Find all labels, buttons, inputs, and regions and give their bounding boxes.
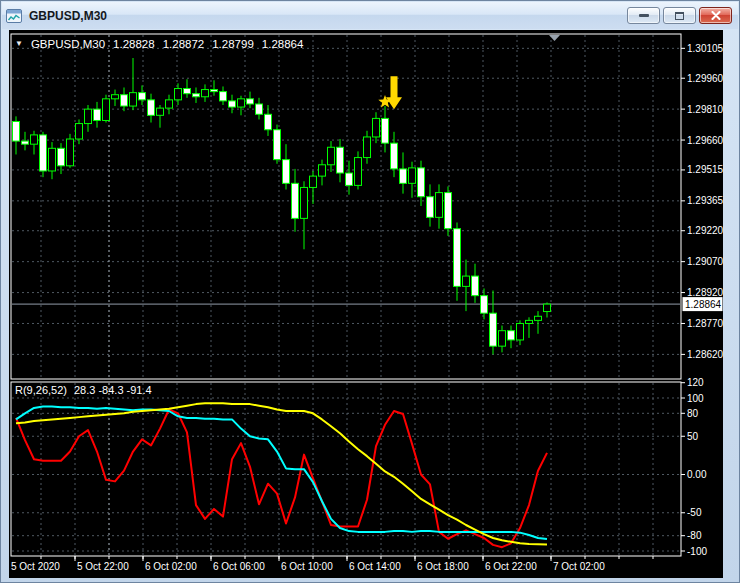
chart-canvas[interactable]: 1.301051.299601.298101.296601.295151.293… — [9, 30, 723, 578]
indicator-name: R(9,26,52) — [15, 384, 67, 396]
indicator-axis[interactable]: 12010080500.00-50-80-100 — [681, 377, 707, 556]
candle — [472, 264, 479, 303]
candle — [13, 116, 20, 154]
candle — [94, 102, 101, 128]
candle — [391, 132, 398, 177]
candle — [265, 105, 272, 136]
svg-text:100: 100 — [687, 393, 704, 404]
candle — [463, 260, 470, 312]
indicator-lines — [16, 403, 547, 547]
legend-symbol: GBPUSD,M30 — [31, 38, 105, 50]
candle — [400, 152, 407, 193]
candle — [328, 141, 335, 172]
candle — [517, 320, 524, 345]
candle — [310, 171, 317, 204]
grid — [12, 35, 680, 555]
candle — [337, 139, 344, 182]
candle — [157, 105, 164, 128]
indicator-legend: R(9,26,52) 28.3 -84.3 -91.4 — [15, 384, 152, 396]
candle — [184, 79, 191, 98]
chart-legend: ▼ GBPUSD,M30 1.28828 1.28872 1.28799 1.2… — [15, 38, 303, 50]
chart-window: GBPUSD,M30 1.301051.299601.298101.296601… — [0, 0, 740, 583]
title-bar[interactable]: GBPUSD,M30 — [2, 2, 738, 29]
candle — [22, 132, 29, 151]
candle — [112, 90, 119, 106]
candle — [175, 83, 182, 105]
svg-text:0.00: 0.00 — [687, 469, 707, 480]
svg-text:1.29220: 1.29220 — [687, 225, 723, 236]
candle — [454, 222, 461, 300]
legend-low: 1.28799 — [212, 38, 254, 50]
candle — [256, 98, 263, 120]
candle — [526, 317, 533, 338]
svg-text:6 Oct 02:00: 6 Oct 02:00 — [145, 561, 197, 572]
svg-text:-50: -50 — [687, 507, 702, 518]
candle — [355, 151, 362, 189]
close-icon — [711, 11, 721, 20]
candle — [544, 302, 551, 317]
svg-text:1.29960: 1.29960 — [687, 73, 723, 84]
svg-text:1.29070: 1.29070 — [687, 256, 723, 267]
candle — [409, 162, 416, 198]
chart-objects — [378, 76, 402, 109]
candle — [238, 96, 245, 116]
dropdown-triangle-icon[interactable]: ▼ — [15, 40, 23, 48]
candle — [481, 288, 488, 319]
candle — [103, 95, 110, 123]
price-axis[interactable]: 1.301051.299601.298101.296601.295151.293… — [681, 43, 723, 360]
candle — [274, 125, 281, 164]
svg-text:1.29515: 1.29515 — [687, 164, 723, 175]
indicator-line-cyan — [16, 406, 547, 539]
restore-button[interactable] — [663, 7, 696, 24]
time-axis[interactable]: 5 Oct 20205 Oct 22:006 Oct 02:006 Oct 06… — [11, 556, 653, 572]
candle — [508, 326, 515, 349]
svg-text:80: 80 — [687, 408, 699, 419]
svg-text:50: 50 — [687, 431, 699, 442]
svg-text:7 Oct 02:00: 7 Oct 02:00 — [553, 561, 605, 572]
candle — [490, 291, 497, 355]
current-price-tag: 1.28864 — [683, 297, 723, 311]
svg-text:1.29810: 1.29810 — [687, 104, 723, 115]
svg-text:1.28920: 1.28920 — [687, 287, 723, 298]
candle — [364, 131, 371, 164]
indicator-values: 28.3 -84.3 -91.4 — [74, 384, 152, 396]
legend-open: 1.28828 — [113, 38, 155, 50]
candle — [535, 311, 542, 334]
svg-text:6 Oct 06:00: 6 Oct 06:00 — [213, 561, 265, 572]
chart-window-icon — [6, 9, 22, 23]
candle — [166, 95, 173, 115]
candle — [373, 112, 380, 143]
candle — [121, 87, 128, 111]
legend-high: 1.28872 — [163, 38, 205, 50]
candle — [202, 84, 209, 102]
candle — [31, 131, 38, 155]
candle — [67, 134, 74, 168]
window-title: GBPUSD,M30 — [29, 9, 107, 23]
candle — [148, 94, 155, 123]
minimize-icon — [639, 14, 649, 17]
restore-icon — [675, 12, 684, 20]
down-arrow-icon[interactable] — [386, 76, 402, 109]
chart-client-area: 1.301051.299601.298101.296601.295151.293… — [9, 30, 723, 578]
candle — [130, 58, 137, 110]
candle — [292, 169, 299, 232]
star-icon[interactable] — [378, 95, 391, 108]
candle — [229, 95, 236, 114]
candle — [139, 85, 146, 105]
candle — [58, 143, 65, 174]
candle — [427, 184, 434, 226]
candles — [13, 58, 551, 354]
candle — [283, 144, 290, 189]
svg-text:1.28770: 1.28770 — [687, 318, 723, 329]
svg-text:6 Oct 18:00: 6 Oct 18:00 — [417, 561, 469, 572]
legend-close: 1.28864 — [262, 38, 304, 50]
candle — [418, 161, 425, 206]
svg-text:1.30105: 1.30105 — [687, 43, 723, 54]
close-button[interactable] — [699, 7, 732, 24]
svg-text:5 Oct 22:00: 5 Oct 22:00 — [77, 561, 129, 572]
svg-text:-80: -80 — [687, 530, 702, 541]
indicator-line-yellow — [16, 403, 547, 544]
minimize-button[interactable] — [627, 7, 660, 24]
main-pane-border — [11, 34, 681, 379]
svg-text:-100: -100 — [687, 546, 707, 557]
